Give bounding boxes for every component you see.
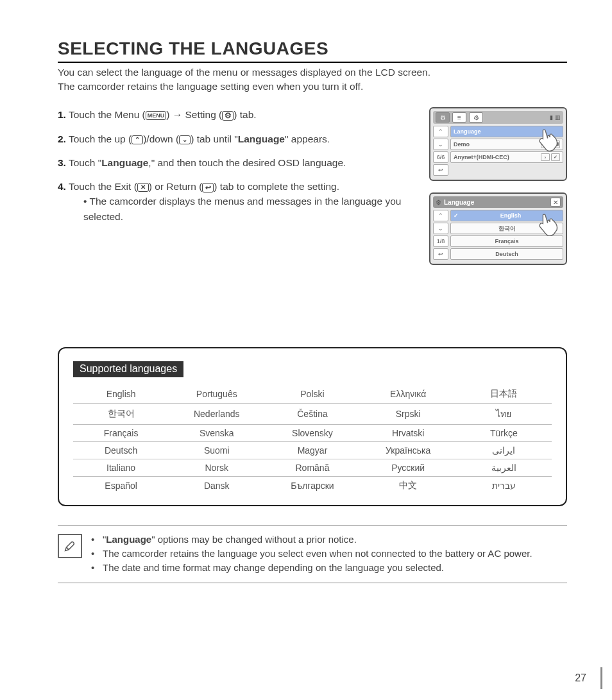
language-cell: English: [73, 385, 169, 404]
keyboard-icon: ⌨: [551, 141, 560, 148]
step-text: ) or Return (: [149, 181, 203, 192]
language-cell: Русский: [361, 459, 456, 477]
table-row: 한국어NederlandsČeštinaSrpskiไทย: [73, 404, 552, 425]
step-4: 4. Touch the Exit () or Return () tab to…: [58, 179, 413, 224]
table-row: EspañolDanskБългарски中文עברית: [73, 477, 552, 495]
check-icon: ✓: [551, 153, 560, 161]
note-3: •The date and time format may change dep…: [91, 561, 532, 575]
language-cell: ایرانی: [456, 442, 552, 459]
supported-languages-card: Supported languages EnglishPortuguêsPols…: [58, 347, 567, 506]
menu-item-demo: Demo›⌨: [450, 139, 563, 150]
language-cell: Suomi: [169, 442, 264, 459]
menu-item-language: Language: [450, 126, 563, 137]
page-indicator: 6/6: [433, 151, 448, 163]
step-text: Touch the Exit (: [69, 181, 137, 192]
step-sub: • The camcorder displays the menus and m…: [83, 194, 413, 224]
step-bold: Language: [238, 133, 285, 144]
language-cell: 中文: [361, 477, 456, 495]
step-text: ) tab until ": [191, 133, 238, 144]
language-cell: Dansk: [169, 477, 264, 495]
language-cell: 日本語: [456, 385, 552, 404]
language-cell: עברית: [456, 477, 552, 495]
language-cell: Slovensky: [264, 425, 360, 442]
language-cell: Ελληνικά: [361, 385, 456, 404]
up-button: ⌃: [433, 126, 448, 137]
language-cell: Українська: [361, 442, 456, 459]
up-button: ⌃: [433, 210, 448, 221]
language-cell: Nederlands: [169, 404, 264, 425]
language-cell: 한국어: [73, 404, 169, 425]
language-cell: Italiano: [73, 459, 169, 477]
step-text: ) tab.: [234, 109, 256, 120]
lang-item-french: Français: [450, 235, 563, 247]
language-cell: Română: [264, 459, 360, 477]
up-arrow-icon: [132, 135, 143, 144]
lang-item-german: Deutsch: [450, 248, 563, 260]
language-cell: ไทย: [456, 404, 552, 425]
language-cell: Türkçe: [456, 425, 552, 442]
down-button: ⌄: [433, 223, 448, 234]
down-arrow-icon: [179, 135, 191, 144]
language-cell: Deutsch: [73, 442, 169, 459]
chevron-right-icon: ›: [541, 153, 550, 161]
list-tab-icon: ≡: [452, 112, 466, 123]
gear-icon: ⚙: [436, 199, 441, 206]
lcd-settings-menu: ⚙ ≡ ⚙ ▮ ▥ ⌃Language ⌄Demo›⌨ 6/6Anynet+(H…: [429, 107, 567, 181]
return-icon: [202, 183, 214, 192]
language-cell: Magyar: [264, 442, 360, 459]
down-button: ⌄: [433, 139, 448, 150]
exit-icon: [137, 183, 149, 192]
intro-text: You can select the language of the menu …: [58, 65, 567, 93]
return-button: ↩: [433, 164, 448, 176]
step-number: 2.: [58, 133, 66, 144]
step-2: 2. Touch the up ()/down () tab until "La…: [58, 132, 413, 146]
page-number: 27: [575, 672, 586, 684]
language-cell: Español: [73, 477, 169, 495]
step-text: " appears.: [285, 133, 330, 144]
step-text: )/down (: [143, 133, 179, 144]
step-text: Touch the Menu (: [69, 109, 146, 120]
lang-item-english: ✓English: [450, 210, 563, 221]
step-number: 4.: [58, 181, 66, 192]
gear-icon: [222, 111, 234, 121]
language-cell: Български: [264, 477, 360, 495]
language-cell: العربية: [456, 459, 552, 477]
notes-section: •"Language" options may be changed witho…: [58, 525, 567, 583]
step-3: 3. Touch "Language," and then touch the …: [58, 155, 413, 170]
step-1: 1. Touch the Menu (MENU) → Setting () ta…: [58, 107, 413, 122]
menu-item-anynet: Anynet+(HDMI-CEC)›✓: [450, 151, 563, 163]
step-text: ) tab to complete the setting.: [214, 181, 339, 192]
language-cell: Français: [73, 425, 169, 442]
page-title: SELECTING THE LANGUAGES: [58, 38, 567, 63]
notes-list: •"Language" options may be changed witho…: [91, 533, 532, 574]
table-row: EnglishPortuguêsPolskiΕλληνικά日本語: [73, 385, 552, 404]
languages-table: EnglishPortuguêsPolskiΕλληνικά日本語한국어Nede…: [73, 385, 552, 495]
steps-list: 1. Touch the Menu (MENU) → Setting () ta…: [58, 107, 413, 277]
page-indicator: 1/8: [433, 235, 448, 247]
manual-page: SELECTING THE LANGUAGES You can select t…: [0, 0, 612, 700]
return-button: ↩: [433, 248, 448, 260]
close-button: ✕: [550, 198, 561, 207]
note-icon: [58, 534, 82, 558]
language-cell: Polski: [264, 385, 360, 404]
note-1: •"Language" options may be changed witho…: [91, 533, 532, 547]
step-number: 3.: [58, 157, 66, 168]
chevron-right-icon: ›: [541, 141, 550, 148]
language-cell: Português: [169, 385, 264, 404]
step-text: ) → Setting (: [166, 109, 222, 120]
lcd-title: Language: [444, 199, 474, 206]
language-cell: Čeština: [264, 404, 360, 425]
table-row: DeutschSuomiMagyarУкраїнськаایرانی: [73, 442, 552, 459]
menu-icon: MENU: [146, 111, 167, 120]
lcd-topbar: ⚙ ≡ ⚙ ▮ ▥: [433, 111, 563, 124]
step-bold: Language: [101, 157, 148, 168]
note-2: •The camcorder retains the language you …: [91, 547, 532, 561]
language-cell: Norsk: [169, 459, 264, 477]
supported-languages-heading: Supported languages: [73, 361, 183, 377]
lang-item-korean: 한국어: [450, 223, 563, 234]
lcd-language-menu: ⚙ Language ✕ ⌃✓English ⌄한국어 1/8Français …: [429, 192, 567, 265]
language-cell: Srpski: [361, 404, 456, 425]
table-row: ItalianoNorskRomânăРусскийالعربية: [73, 459, 552, 477]
content-row: 1. Touch the Menu (MENU) → Setting () ta…: [58, 107, 567, 277]
step-text: Touch ": [69, 157, 101, 168]
